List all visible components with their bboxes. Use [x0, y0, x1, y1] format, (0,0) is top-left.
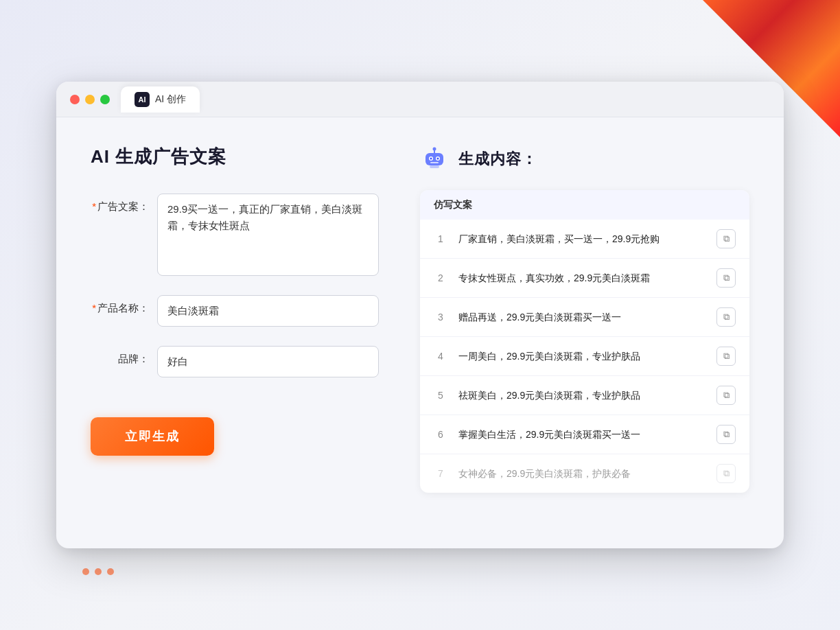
generate-button[interactable]: 立即生成	[91, 417, 214, 456]
brand-field[interactable]	[157, 346, 379, 377]
tab-label: AI 创作	[155, 93, 186, 106]
row-text-5: 祛斑美白，29.9元美白淡斑霜，专业护肤品	[458, 388, 705, 403]
product-name-group: *产品名称：	[91, 295, 379, 327]
ad-copy-label: *广告文案：	[91, 194, 149, 213]
row-num-5: 5	[434, 390, 447, 401]
title-bar: AI AI 创作	[56, 82, 784, 117]
result-row-7: 7 女神必备，29.9元美白淡斑霜，护肤必备 ⧉	[420, 454, 749, 493]
row-text-6: 掌握美白生活，29.9元美白淡斑霜买一送一	[458, 428, 705, 442]
left-panel: AI 生成广告文案 *广告文案： 29.9买一送一，真正的厂家直销，美白淡斑霜，…	[91, 145, 379, 521]
row-num-1: 1	[434, 233, 447, 244]
result-row-6: 6 掌握美白生活，29.9元美白淡斑霜买一送一 ⧉	[420, 415, 749, 454]
result-row-5: 5 祛斑美白，29.9元美白淡斑霜，专业护肤品 ⧉	[420, 376, 749, 415]
svg-point-7	[433, 148, 436, 151]
row-num-4: 4	[434, 351, 447, 362]
copy-button-3[interactable]: ⧉	[716, 307, 736, 327]
svg-rect-8	[430, 165, 439, 168]
product-name-label: *产品名称：	[91, 295, 149, 315]
copy-button-6[interactable]: ⧉	[716, 425, 736, 444]
row-text-4: 一周美白，29.9元美白淡斑霜，专业护肤品	[458, 349, 705, 364]
traffic-lights	[70, 95, 110, 104]
svg-point-3	[430, 158, 432, 160]
svg-rect-0	[425, 153, 443, 165]
ai-tab-icon: AI	[135, 92, 150, 107]
copy-button-2[interactable]: ⧉	[716, 268, 736, 288]
ad-copy-field[interactable]: 29.9买一送一，真正的厂家直销，美白淡斑霜，专抹女性斑点	[157, 194, 379, 276]
right-header: 生成内容：	[420, 145, 749, 174]
row-text-2: 专抹女性斑点，真实功效，29.9元美白淡斑霜	[458, 271, 705, 285]
result-row-2: 2 专抹女性斑点，真实功效，29.9元美白淡斑霜 ⧉	[420, 259, 749, 298]
result-row-3: 3 赠品再送，29.9元美白淡斑霜买一送一 ⧉	[420, 298, 749, 337]
svg-point-4	[437, 158, 439, 160]
brand-group: 品牌：	[91, 346, 379, 377]
table-header: 仿写文案	[420, 190, 749, 220]
row-num-7: 7	[434, 468, 447, 479]
results-title: 生成内容：	[458, 149, 537, 170]
brand-label: 品牌：	[91, 346, 149, 366]
main-content: AI 生成广告文案 *广告文案： 29.9买一送一，真正的厂家直销，美白淡斑霜，…	[56, 117, 784, 548]
row-text-7: 女神必备，29.9元美白淡斑霜，护肤必备	[458, 467, 705, 481]
copy-button-5[interactable]: ⧉	[716, 386, 736, 405]
required-star-1: *	[92, 200, 96, 212]
ad-copy-group: *广告文案： 29.9买一送一，真正的厂家直销，美白淡斑霜，专抹女性斑点	[91, 194, 379, 276]
page-title: AI 生成广告文案	[91, 145, 379, 169]
row-text-3: 赠品再送，29.9元美白淡斑霜买一送一	[458, 310, 705, 325]
copy-button-7[interactable]: ⧉	[716, 464, 736, 483]
ai-tab[interactable]: AI AI 创作	[121, 86, 200, 113]
row-text-1: 厂家直销，美白淡斑霜，买一送一，29.9元抢购	[458, 232, 705, 246]
table-header-text: 仿写文案	[434, 199, 472, 210]
app-window: AI AI 创作 AI 生成广告文案 *广告文案： 29.9买一送一，真正的厂家…	[56, 82, 784, 548]
required-star-2: *	[92, 302, 96, 314]
copy-button-4[interactable]: ⧉	[716, 347, 736, 366]
row-num-3: 3	[434, 312, 447, 323]
result-row-4: 4 一周美白，29.9元美白淡斑霜，专业护肤品 ⧉	[420, 337, 749, 376]
results-table: 仿写文案 1 厂家直销，美白淡斑霜，买一送一，29.9元抢购 ⧉ 2 专抹女性斑…	[420, 190, 749, 493]
copy-button-1[interactable]: ⧉	[716, 229, 736, 248]
svg-rect-5	[430, 162, 439, 163]
robot-icon	[420, 145, 449, 174]
close-button[interactable]	[70, 95, 80, 104]
product-name-field[interactable]	[157, 295, 379, 327]
row-num-2: 2	[434, 272, 447, 283]
maximize-button[interactable]	[100, 95, 110, 104]
result-row-1: 1 厂家直销，美白淡斑霜，买一送一，29.9元抢购 ⧉	[420, 220, 749, 259]
minimize-button[interactable]	[85, 95, 95, 104]
dot-decoration	[82, 568, 114, 575]
right-panel: 生成内容： 仿写文案 1 厂家直销，美白淡斑霜，买一送一，29.9元抢购 ⧉ 2…	[420, 145, 749, 521]
row-num-6: 6	[434, 429, 447, 440]
